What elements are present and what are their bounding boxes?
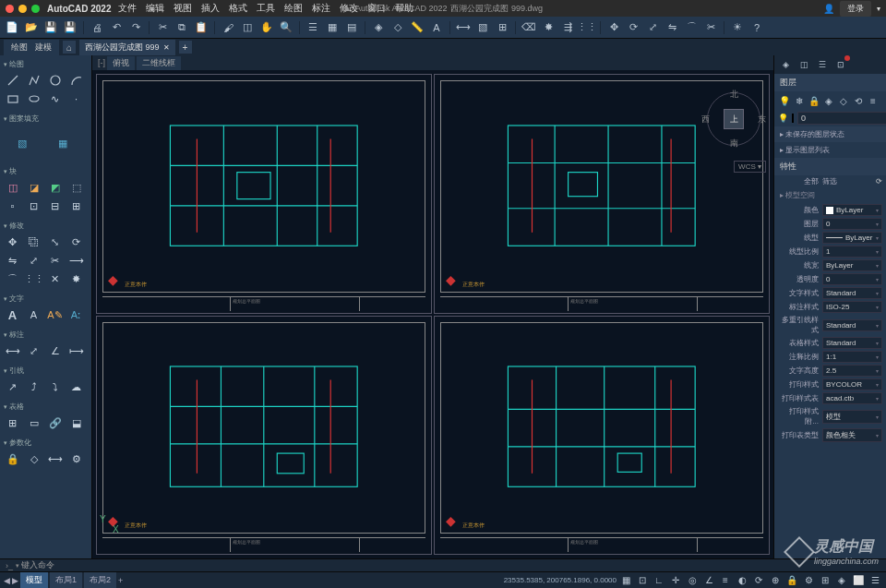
insert-block-icon[interactable]: ◫ <box>3 179 22 196</box>
menu-file[interactable]: 文件 <box>118 2 137 15</box>
dimaligned-icon[interactable]: ⤢ <box>24 342 43 359</box>
create-block-icon[interactable]: ◪ <box>24 179 43 196</box>
section-parametric[interactable]: 参数化 <box>3 436 89 450</box>
array-icon[interactable]: ⋮⋮ <box>579 19 595 36</box>
hardware-icon[interactable]: ⊞ <box>818 574 832 587</box>
prop-value[interactable]: acad.ctb <box>822 392 882 404</box>
view-top[interactable]: 俯视 <box>107 56 135 70</box>
close-tab-icon[interactable]: ✕ <box>163 43 170 52</box>
prop-value[interactable]: 0 <box>822 218 882 230</box>
save-icon[interactable]: 💾 <box>42 19 59 36</box>
fillet-icon[interactable]: ⌒ <box>683 19 700 36</box>
section-table[interactable]: 表格 <box>3 400 89 414</box>
prop-row-15[interactable]: 打印表类型颜色相关 <box>774 427 886 443</box>
grid-icon[interactable]: ▦ <box>618 574 633 587</box>
saveas-icon[interactable]: 💾 <box>62 19 78 36</box>
viewcube[interactable]: 北 南 东 西 上 <box>701 87 766 151</box>
cut-icon[interactable]: ✂ <box>154 19 171 36</box>
plot-icon[interactable]: 🖨 <box>89 19 105 36</box>
menu-format[interactable]: 格式 <box>229 2 247 15</box>
wcs-label[interactable]: WCS ▾ <box>734 161 766 173</box>
prop-row-8[interactable]: 多重引线样式Standard <box>774 314 886 336</box>
edit-block-icon[interactable]: ◩ <box>45 179 65 196</box>
trim-icon[interactable]: ✂ <box>702 19 719 36</box>
revcloud-icon[interactable]: ☁ <box>66 378 86 395</box>
open-icon[interactable]: 📂 <box>23 19 40 36</box>
filter-all[interactable]: 全部 <box>778 176 819 186</box>
filter-filter[interactable]: 筛选 <box>822 176 837 186</box>
prop-value[interactable]: 颜色相关 <box>822 428 882 442</box>
prop-value[interactable]: Standard <box>822 337 882 349</box>
prop-value[interactable]: 1:1 <box>822 351 882 363</box>
workspace-tab-draw[interactable]: 绘图 建模 <box>4 40 59 55</box>
command-line[interactable]: ›_ ▾ 键入命令 <box>0 558 886 571</box>
prop-row-7[interactable]: 标注样式ISO-25 <box>774 300 886 314</box>
section-text[interactable]: 文字 <box>3 292 89 306</box>
help-icon[interactable]: ? <box>748 19 765 36</box>
view-2dwire[interactable]: 二维线框 <box>137 56 181 70</box>
workspace-icon[interactable]: ⚙ <box>801 574 816 587</box>
polyline-icon[interactable] <box>24 72 43 89</box>
tab-layout1[interactable]: 布局1 <box>50 572 82 588</box>
block-icon[interactable]: ◫ <box>239 19 256 36</box>
prop-value[interactable]: 0 <box>822 273 882 285</box>
menu-edit[interactable]: 编辑 <box>146 2 164 15</box>
textstyle-icon[interactable]: Aː <box>66 306 86 323</box>
leader-icon[interactable]: ⤴ <box>24 378 43 395</box>
tab-home-icon[interactable]: ⌂ <box>63 41 76 54</box>
dimensional-icon[interactable]: ⟷ <box>45 450 65 467</box>
ellipse-icon[interactable] <box>24 90 43 107</box>
mirror-icon[interactable]: ⇋ <box>664 19 680 36</box>
prop-value[interactable]: 1 <box>822 246 882 258</box>
extract-icon[interactable]: ⬓ <box>66 414 86 431</box>
mirror-tool-icon[interactable]: ⇋ <box>3 252 22 269</box>
xref-icon[interactable]: ⊡ <box>24 198 43 214</box>
minimize-window-icon[interactable] <box>18 5 27 13</box>
erase-icon[interactable]: ⌫ <box>521 19 537 36</box>
layer-freeze-icon[interactable]: ❄ <box>793 94 806 107</box>
dim-icon[interactable]: ⟷ <box>455 19 472 36</box>
section-hatch[interactable]: 图案填充 <box>3 112 89 126</box>
menu-tools[interactable]: 工具 <box>257 2 275 15</box>
pan-icon[interactable]: ✋ <box>258 19 275 36</box>
zoom-window-icon[interactable] <box>31 5 40 13</box>
layer-name-input[interactable] <box>797 112 886 125</box>
dropdown-icon[interactable]: ▾ <box>877 5 880 13</box>
prop-row-3[interactable]: 线型比例1 <box>774 245 886 258</box>
zoom-icon[interactable]: 🔍 <box>278 19 294 36</box>
manage-icon[interactable]: ⚙ <box>66 450 86 467</box>
prop-row-0[interactable]: 颜色ByLayer <box>774 203 886 217</box>
prop-row-4[interactable]: 线宽ByLayer <box>774 258 886 272</box>
geometric-icon[interactable]: ◇ <box>24 450 43 467</box>
customize-icon[interactable]: ☰ <box>868 574 882 587</box>
prop-row-2[interactable]: 线型ByLayer <box>774 231 886 245</box>
section-leader[interactable]: 引线 <box>3 364 89 378</box>
layer-icon[interactable]: ◇ <box>389 19 406 36</box>
viewcube-face[interactable]: 上 <box>724 109 744 129</box>
offset-icon[interactable]: ⇶ <box>559 19 576 36</box>
blocks-tab-icon[interactable]: ◫ <box>796 57 811 72</box>
cycling-icon[interactable]: ⟳ <box>751 574 766 587</box>
ungroup-icon[interactable]: ⊞ <box>66 198 86 214</box>
properties-icon[interactable]: ☰ <box>305 19 321 36</box>
tab-layout2[interactable]: 布局2 <box>84 572 116 588</box>
scale-tool-icon[interactable]: ⤢ <box>24 252 43 269</box>
prop-value[interactable]: Standard <box>822 287 882 299</box>
current-layer[interactable]: 💡 ▾ <box>774 110 886 126</box>
prop-row-6[interactable]: 文字样式Standard <box>774 286 886 300</box>
layeriso-icon[interactable]: ◈ <box>370 19 387 36</box>
close-window-icon[interactable] <box>6 5 14 13</box>
dimcontinue-icon[interactable]: ⟼ <box>66 342 86 359</box>
match-icon[interactable]: 🖌 <box>220 19 236 36</box>
prop-row-12[interactable]: 打印样式BYCOLOR <box>774 378 886 391</box>
tab-model[interactable]: 模型 <box>20 572 48 588</box>
trim-tool-icon[interactable]: ✂ <box>45 252 65 269</box>
toolpalettes-icon[interactable]: ▤ <box>343 19 360 36</box>
new-icon[interactable]: 📄 <box>4 19 20 36</box>
dtext-icon[interactable]: A <box>24 306 43 323</box>
text-icon[interactable]: A <box>428 19 445 36</box>
clean-icon[interactable]: ⬜ <box>851 574 866 587</box>
show-layer-list[interactable]: 显示图层列表 <box>774 142 886 158</box>
section-dim[interactable]: 标注 <box>3 328 89 342</box>
constraint-icon[interactable]: 🔒 <box>3 450 22 467</box>
